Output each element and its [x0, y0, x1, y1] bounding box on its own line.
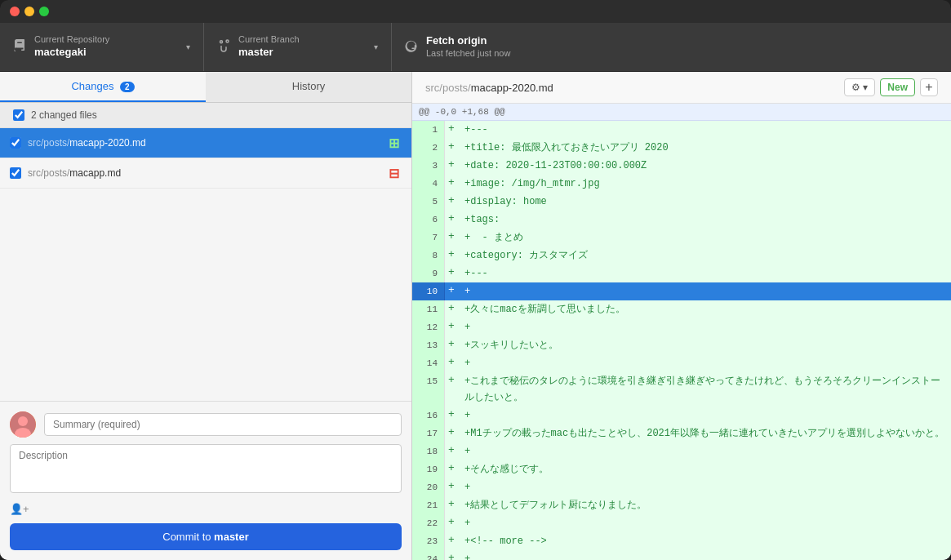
line-number: 10 — [412, 282, 445, 300]
table-row[interactable]: 12++ — [412, 318, 951, 336]
file-path: src/posts/ — [28, 167, 69, 179]
add-coauthor-button[interactable]: 👤+ — [10, 503, 402, 515]
line-gutter: + — [445, 478, 458, 496]
line-gutter: + — [445, 139, 458, 157]
list-item[interactable]: src/posts/macapp.md ⊟ — [0, 158, 411, 189]
line-gutter: + — [445, 300, 458, 318]
line-number: 20 — [412, 478, 445, 496]
table-row[interactable]: 6++tags: — [412, 211, 951, 229]
tab-changes[interactable]: Changes 2 — [0, 72, 206, 102]
table-row[interactable]: 21++結果としてデフォルト厨になりました。 — [412, 496, 951, 514]
left-panel: Changes 2 History 2 changed files src/po… — [0, 72, 412, 560]
table-row[interactable]: 9++--- — [412, 264, 951, 282]
line-gutter: + — [445, 442, 458, 460]
file-path: src/posts/ — [28, 137, 69, 149]
line-content: +--- — [458, 264, 951, 282]
fetch-origin-section[interactable]: Fetch origin Last fetched just now — [392, 23, 571, 71]
tab-changes-label: Changes — [71, 80, 113, 92]
current-branch-section[interactable]: Current Branch master ▾ — [204, 23, 392, 71]
line-content: +tags: — [458, 211, 951, 229]
svg-point-1 — [18, 416, 28, 426]
line-content: +久々にmacを新調して思いました。 — [458, 300, 951, 318]
table-row[interactable]: 16++ — [412, 407, 951, 424]
table-row[interactable]: 23++<!-- more --> — [412, 532, 951, 550]
table-row[interactable]: 10++ — [412, 282, 951, 300]
diff-settings-button[interactable]: ⚙ ▾ — [844, 78, 875, 96]
line-gutter: + — [445, 211, 458, 229]
file-name: macapp.md — [69, 167, 121, 179]
line-content: +--- — [458, 121, 951, 139]
line-number: 17 — [412, 424, 445, 442]
line-content: +image: /img/h_mtmr.jpg — [458, 175, 951, 193]
line-number: 21 — [412, 496, 445, 514]
table-row[interactable]: 20++ — [412, 478, 951, 496]
table-row[interactable]: 1++--- — [412, 121, 951, 139]
line-gutter: + — [445, 496, 458, 514]
changes-badge: 2 — [120, 82, 135, 92]
table-row[interactable]: 2++title: 最低限入れておきたいアプリ 2020 — [412, 139, 951, 157]
summary-input[interactable] — [44, 413, 402, 436]
new-button[interactable]: New — [880, 78, 915, 96]
close-button[interactable] — [10, 7, 20, 16]
table-row[interactable]: 5++display: home — [412, 193, 951, 211]
line-gutter: + — [445, 514, 458, 532]
table-row[interactable]: 8++category: カスタマイズ — [412, 247, 951, 264]
line-gutter: + — [445, 229, 458, 247]
line-number: 16 — [412, 407, 445, 424]
line-number: 3 — [412, 157, 445, 175]
line-number: 11 — [412, 300, 445, 318]
line-content: +これまで秘伝のタレのように環境を引き継ぎ引き継ぎやってきたけれど、もうそろそろ… — [458, 372, 951, 407]
file-checkbox[interactable] — [10, 137, 21, 149]
current-repository-section[interactable]: Current Repository mactegaki ▾ — [0, 23, 204, 71]
line-content: +結果としてデフォルト厨になりました。 — [458, 496, 951, 514]
diff-file-path: src/posts/macapp-2020.md — [425, 82, 844, 94]
line-content: + - まとめ — [458, 229, 951, 247]
description-input[interactable] — [10, 444, 402, 493]
file-checkbox[interactable] — [10, 167, 21, 179]
table-row[interactable]: 15++これまで秘伝のタレのように環境を引き継ぎ引き継ぎやってきたけれど、もうそ… — [412, 372, 951, 407]
tab-bar: Changes 2 History — [0, 72, 411, 103]
table-row[interactable]: 18++ — [412, 442, 951, 460]
tab-history[interactable]: History — [206, 72, 411, 102]
minimize-button[interactable] — [24, 7, 34, 16]
line-content: +display: home — [458, 193, 951, 211]
table-row[interactable]: 14++ — [412, 354, 951, 372]
file-list: src/posts/macapp-2020.md ⊞ src/posts/mac… — [0, 128, 411, 401]
line-number: 7 — [412, 229, 445, 247]
table-row[interactable]: 11++久々にmacを新調して思いました。 — [412, 300, 951, 318]
table-row[interactable]: 3++date: 2020-11-23T00:00:00.000Z — [412, 157, 951, 175]
list-item[interactable]: src/posts/macapp-2020.md ⊞ — [0, 128, 411, 158]
line-gutter: + — [445, 247, 458, 264]
line-content: + — [458, 282, 951, 300]
line-number: 23 — [412, 532, 445, 550]
repository-label: Current Repository — [34, 34, 109, 45]
person-add-icon: 👤+ — [10, 503, 29, 515]
gear-icon: ⚙ — [851, 82, 860, 93]
diff-lines: 1++---2++title: 最低限入れておきたいアプリ 20203++dat… — [412, 121, 951, 560]
table-row[interactable]: 17++M1チップの載ったmacも出たことやし、2021年以降も一緒に連れていき… — [412, 424, 951, 442]
title-bar — [0, 0, 951, 23]
line-number: 8 — [412, 247, 445, 264]
line-gutter: + — [445, 318, 458, 336]
maximize-button[interactable] — [39, 7, 49, 16]
commit-button[interactable]: Commit to master — [10, 523, 402, 550]
branch-label: Current Branch — [238, 34, 300, 45]
table-row[interactable]: 4++image: /img/h_mtmr.jpg — [412, 175, 951, 193]
sync-icon — [405, 39, 418, 56]
table-row[interactable]: 24++ — [412, 550, 951, 560]
line-gutter: + — [445, 372, 458, 407]
line-gutter: + — [445, 354, 458, 372]
add-icon-button[interactable]: + — [920, 78, 938, 96]
line-content: +スッキリしたいと。 — [458, 336, 951, 354]
chevron-down-icon: ▾ — [186, 42, 190, 51]
fetch-label: Fetch origin — [426, 34, 510, 48]
line-content: +category: カスタマイズ — [458, 247, 951, 264]
table-row[interactable]: 7++ - まとめ — [412, 229, 951, 247]
fetch-info: Fetch origin Last fetched just now — [426, 34, 510, 59]
select-all-checkbox[interactable] — [13, 109, 24, 121]
table-row[interactable]: 13++スッキリしたいと。 — [412, 336, 951, 354]
table-row[interactable]: 22++ — [412, 514, 951, 532]
table-row[interactable]: 19++そんな感じです。 — [412, 460, 951, 478]
commit-row — [10, 411, 402, 438]
line-gutter: + — [445, 264, 458, 282]
